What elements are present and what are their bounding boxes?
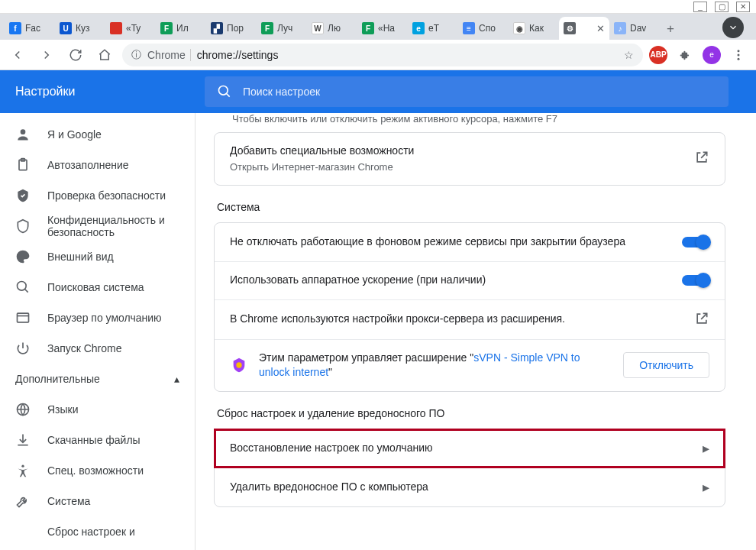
sidebar-item[interactable]: Внешний вид [0, 241, 195, 272]
close-tab-icon[interactable]: ✕ [596, 23, 605, 34]
sidebar-item-label: Браузер по умолчанию [47, 312, 162, 324]
browser-tab[interactable]: eeТ [408, 17, 458, 40]
row-label: Использовать аппаратное ускорение (при н… [230, 273, 682, 288]
browser-tab[interactable]: WЛю [307, 17, 357, 40]
sidebar-item-label: Сброс настроек и [47, 526, 135, 538]
sidebar-item[interactable]: Запуск Chrome [0, 333, 195, 364]
sidebar-advanced-toggle[interactable]: Дополнительные▴ [0, 364, 195, 394]
browser-tab[interactable]: FИл [156, 17, 206, 40]
tab-title: Куз [76, 23, 90, 34]
tab-title: Пор [227, 23, 244, 34]
address-bar[interactable]: ⓘ Chrome chrome://settings ☆ [122, 44, 643, 66]
accessibility-card: Добавить специальные возможности Открыть… [214, 132, 725, 186]
new-tab-button[interactable]: + [660, 18, 681, 40]
browser-tab[interactable]: fFac [5, 17, 55, 40]
home-button[interactable] [93, 44, 116, 66]
maximize-button[interactable]: ▢ [715, 2, 729, 12]
sidebar-item[interactable]: Конфиденциальность и безопасность [0, 211, 195, 241]
row-label: В Chrome используются настройки прокси-с… [230, 312, 694, 327]
sidebar-item[interactable]: Поисковая система [0, 272, 195, 302]
vpn-extension-icon [230, 356, 248, 374]
tab-strip-avatar[interactable] [722, 17, 744, 38]
sidebar-item[interactable]: Проверка безопасности [0, 180, 195, 211]
favicon [110, 22, 122, 34]
proxy-row[interactable]: В Chrome используются настройки прокси-с… [215, 299, 725, 339]
site-info-icon[interactable]: ⓘ [131, 48, 141, 62]
person-icon [15, 127, 31, 142]
sidebar-item[interactable]: Я и Google [0, 119, 195, 150]
download-icon [15, 432, 31, 448]
tab-title: eТ [428, 23, 439, 34]
browser-icon [15, 310, 31, 325]
hw-accel-toggle[interactable] [682, 275, 709, 286]
menu-button[interactable] [727, 44, 750, 66]
background-apps-toggle[interactable] [682, 237, 709, 247]
favicon: ◉ [513, 22, 525, 34]
sidebar-item-label: Проверка безопасности [47, 189, 166, 202]
favicon: ▞ [211, 22, 223, 34]
minimize-button[interactable]: _ [693, 2, 707, 12]
sidebar-item-label: Спец. возможности [47, 464, 144, 477]
adblock-extension-icon[interactable]: ABP [649, 46, 667, 64]
forward-button[interactable] [35, 44, 58, 66]
cleanup-row[interactable]: Удалить вредоносное ПО с компьютера ▸ [215, 467, 725, 506]
sidebar-item[interactable]: Языки [0, 394, 195, 425]
sidebar-item-label: Внешний вид [47, 251, 114, 263]
favicon: ≡ [463, 22, 475, 34]
sidebar-item-label: Скачанные файлы [47, 434, 141, 446]
chevron-right-icon: ▸ [703, 440, 709, 457]
reset-card: Восстановление настроек по умолчанию ▸ У… [214, 429, 725, 507]
tab-title: «Ту [126, 23, 141, 34]
browser-tab[interactable]: ▞Пор [206, 17, 257, 40]
browser-tab[interactable]: UКуз [55, 17, 105, 40]
profile-avatar[interactable]: e [703, 46, 721, 64]
sidebar-item[interactable]: Система [0, 486, 195, 516]
settings-header: Настройки [0, 70, 756, 113]
url-text: chrome://settings [197, 49, 279, 61]
svg-point-0 [738, 50, 740, 52]
back-button[interactable] [6, 44, 29, 66]
sidebar-item[interactable]: Спец. возможности [0, 455, 195, 486]
sidebar-item[interactable]: Автозаполнение [0, 150, 195, 180]
disable-extension-button[interactable]: Отключить [623, 352, 709, 378]
browser-tab[interactable]: ⚙✕ [559, 17, 609, 40]
settings-main[interactable]: Чтобы включить или отключить режим актив… [195, 113, 756, 550]
tab-title: «На [378, 23, 395, 34]
search-input[interactable] [243, 86, 716, 98]
page-title: Настройки [15, 85, 192, 99]
browser-tab[interactable]: «Ту [105, 17, 156, 40]
svg-point-5 [21, 129, 26, 134]
extensions-button[interactable] [674, 44, 696, 66]
add-accessibility-row[interactable]: Добавить специальные возможности Открыть… [215, 133, 725, 185]
settings-search[interactable] [205, 76, 729, 107]
settings-sidebar[interactable]: Я и GoogleАвтозаполнениеПроверка безопас… [0, 113, 195, 550]
svg-line-4 [227, 94, 230, 97]
sidebar-item[interactable]: Браузер по умолчанию [0, 302, 195, 333]
browser-tab[interactable]: ≡Спо [458, 17, 509, 40]
advanced-label: Дополнительные [15, 373, 100, 385]
browser-toolbar: ⓘ Chrome chrome://settings ☆ ABP e [0, 40, 756, 70]
tab-title: Dav [630, 23, 646, 34]
browser-tab[interactable]: ♪Dav [609, 17, 660, 40]
svg-point-8 [18, 282, 27, 291]
svg-point-13 [21, 465, 24, 467]
restore-defaults-row[interactable]: Восстановление настроек по умолчанию ▸ [215, 429, 725, 467]
browser-tab[interactable]: F«На [357, 17, 408, 40]
svg-point-1 [738, 53, 740, 56]
browser-tab[interactable]: FЛуч [257, 17, 307, 40]
shield-icon [15, 218, 31, 234]
favicon: U [60, 22, 72, 34]
reload-button[interactable] [64, 44, 87, 66]
system-section-title: Система [217, 201, 725, 213]
vpn-extension-text: Этим параметром управляет расширение "sV… [259, 351, 612, 380]
close-window-button[interactable]: ✕ [736, 2, 750, 12]
sidebar-item[interactable]: Сброс настроек и [0, 516, 195, 547]
browser-tab[interactable]: ◉Как [509, 17, 559, 40]
bookmark-star-icon[interactable]: ☆ [624, 49, 634, 61]
svg-point-3 [219, 86, 228, 95]
row-label: Удалить вредоносное ПО с компьютера [230, 480, 703, 495]
sidebar-item[interactable]: Скачанные файлы [0, 425, 195, 455]
svg-point-14 [236, 363, 241, 368]
favicon: F [362, 22, 374, 34]
globe-icon [15, 402, 31, 417]
